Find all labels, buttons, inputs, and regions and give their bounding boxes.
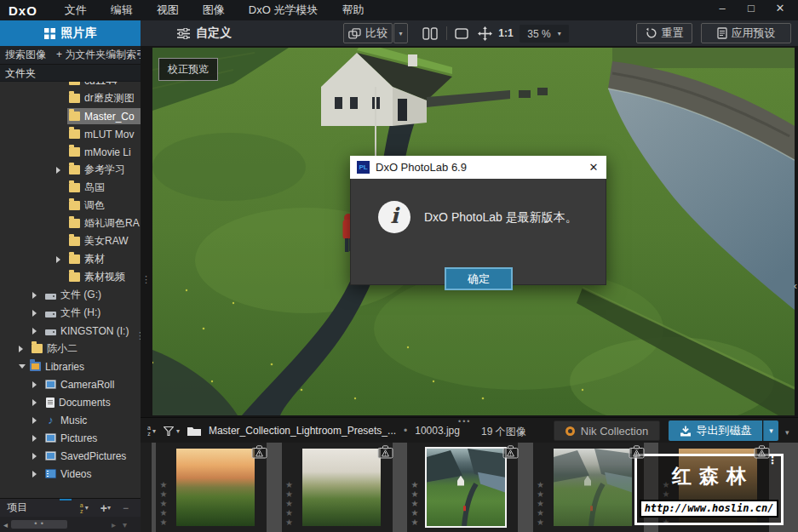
chevron-down-icon: ▾: [85, 504, 89, 512]
star-rating[interactable]: ★★★★★: [158, 480, 169, 527]
menu-item[interactable]: 图像: [191, 0, 237, 20]
menu-item[interactable]: 编辑: [99, 0, 145, 20]
pan-button[interactable]: [474, 23, 495, 43]
apply-preset-button[interactable]: 应用预设: [701, 23, 791, 43]
star-rating[interactable]: ★★★★★: [536, 480, 546, 527]
filmstrip-cell[interactable]: ★★★★★: [533, 443, 644, 532]
chevron-right-icon[interactable]: [32, 435, 40, 442]
maximize-button[interactable]: □: [737, 0, 766, 19]
tree-item[interactable]: CameraRoll: [0, 375, 141, 393]
tab-customize[interactable]: 自定义: [141, 20, 268, 46]
chevron-right-icon[interactable]: [56, 256, 64, 263]
folder-icon: [69, 112, 80, 121]
remove-project-button[interactable]: −: [123, 502, 129, 514]
star-rating[interactable]: ★★★★★: [284, 480, 295, 527]
search-images-button[interactable]: 搜索图像: [0, 48, 46, 62]
tree-item[interactable]: 岛国: [0, 179, 141, 197]
chevron-down-icon: ▾: [152, 427, 156, 435]
filmstrip-cell[interactable]: ★★★★★: [407, 443, 518, 532]
tree-item[interactable]: Pictures: [0, 429, 141, 447]
menu-item[interactable]: DxO 光学模块: [237, 0, 330, 20]
filmstrip-collapse-arrow[interactable]: ▾: [785, 428, 789, 437]
tab-photo-library[interactable]: 照片库: [0, 20, 141, 46]
tree-item-label: 文件 (H:): [60, 306, 100, 320]
chevron-right-icon[interactable]: [19, 346, 26, 352]
nik-collection-button[interactable]: Nik Collection: [554, 420, 660, 441]
current-folder-breadcrumb[interactable]: Master_Collection_Lightroom_Presets_...: [209, 425, 396, 437]
filmstrip-sort-button[interactable]: az▾: [147, 425, 156, 437]
dialog-close-button[interactable]: ✕: [581, 161, 606, 174]
chevron-down-icon[interactable]: [19, 364, 26, 372]
tree-item[interactable]: ♪Music: [0, 411, 141, 429]
tree-item[interactable]: 文件 (H:): [0, 304, 141, 322]
fit-screen-button[interactable]: [451, 23, 472, 43]
menu-bar: DxO 文件编辑视图图像DxO 光学模块帮助 – □ ✕: [0, 0, 798, 20]
compare-dropdown[interactable]: ▾: [393, 23, 408, 43]
export-to-disk-button[interactable]: 导出到磁盘: [669, 420, 762, 441]
tree-item[interactable]: 婚礼调色RA: [0, 215, 141, 232]
chevron-right-icon[interactable]: [32, 292, 40, 299]
thumbnail-misty[interactable]: [302, 449, 381, 526]
chevron-right-icon[interactable]: [32, 453, 40, 460]
tree-item[interactable]: 文件 (G:): [0, 286, 141, 304]
projects-indicator: [60, 499, 72, 501]
tree-item[interactable]: 陈小二: [0, 340, 141, 358]
add-project-button[interactable]: +▾: [100, 501, 111, 515]
tree-item[interactable]: mMovie Li: [0, 143, 141, 161]
compare-button[interactable]: 比较: [343, 23, 393, 43]
minimize-button[interactable]: –: [708, 0, 737, 19]
tree-item[interactable]: 素材: [0, 250, 141, 268]
apply-preset-label: 应用预设: [732, 26, 776, 41]
chevron-right-icon[interactable]: [32, 381, 40, 388]
split-view-button[interactable]: [419, 23, 441, 43]
close-button[interactable]: ✕: [766, 0, 795, 19]
tree-item[interactable]: dr磨皮测图: [0, 89, 141, 107]
filter-button[interactable]: ▾: [164, 426, 180, 436]
tree-item[interactable]: Master_Co: [0, 107, 141, 125]
tree-item[interactable]: 参考学习: [0, 161, 141, 179]
tree-item[interactable]: 美女RAW: [0, 232, 141, 250]
thumbnail-valley[interactable]: [425, 447, 507, 528]
menu-item[interactable]: 帮助: [330, 0, 376, 20]
tree-item[interactable]: Documents: [0, 393, 141, 411]
index-folder-button[interactable]: + 为文件夹编制索引: [46, 48, 141, 62]
sliders-icon: [177, 28, 190, 39]
tree-item[interactable]: Videos: [0, 465, 141, 480]
thumbnail-sunset[interactable]: [176, 449, 255, 526]
left-panel-handle[interactable]: ⋮: [141, 277, 151, 282]
export-label: 导出到磁盘: [697, 423, 752, 438]
panel-drag-handle[interactable]: •••: [458, 417, 471, 426]
scroll-right-arrow[interactable]: ▸: [112, 520, 116, 529]
chevron-right-icon[interactable]: [32, 328, 40, 335]
chevron-right-icon[interactable]: [32, 310, 40, 317]
scrollbar-thumb[interactable]: • •: [11, 520, 67, 529]
menu-item[interactable]: 文件: [53, 0, 99, 20]
tree-item[interactable]: SavedPictures: [0, 447, 141, 465]
thumbnail-valley2[interactable]: [554, 449, 632, 526]
menu-item[interactable]: 视图: [145, 0, 191, 20]
dialog-ok-button[interactable]: 确定: [445, 267, 513, 290]
zoom-1to1-button[interactable]: 1:1: [497, 23, 515, 43]
tree-item[interactable]: KINGSTON (I:): [0, 322, 141, 340]
chevron-right-icon[interactable]: [32, 471, 40, 478]
right-panel-collapse-arrow[interactable]: ‹: [794, 279, 797, 292]
scroll-left-arrow[interactable]: ◂: [0, 520, 11, 529]
export-options-dropdown[interactable]: ▾: [763, 420, 778, 441]
tree-scrollbar-handle[interactable]: ⋮: [135, 334, 141, 338]
reset-button[interactable]: 重置: [636, 23, 692, 43]
chevron-right-icon[interactable]: [32, 399, 40, 406]
projects-sort-button[interactable]: az▾: [80, 502, 89, 514]
tree-item[interactable]: cd1144: [0, 82, 141, 89]
filmstrip-cell[interactable]: ★★★★★: [156, 443, 267, 532]
tree-item[interactable]: 调色: [0, 197, 141, 215]
chevron-right-icon[interactable]: [56, 167, 64, 174]
camera-warning-icon: [377, 445, 393, 462]
scroll-down-arrow[interactable]: ▾: [123, 520, 127, 529]
chevron-right-icon[interactable]: [32, 417, 40, 424]
tree-item[interactable]: Libraries: [0, 358, 141, 375]
zoom-level-select[interactable]: 35 % ▾: [520, 25, 569, 43]
star-rating[interactable]: ★★★★★: [410, 480, 420, 527]
tree-item[interactable]: 素材视频: [0, 268, 141, 286]
filmstrip-cell[interactable]: ★★★★★: [282, 443, 393, 532]
tree-item[interactable]: mLUT Mov: [0, 125, 141, 143]
